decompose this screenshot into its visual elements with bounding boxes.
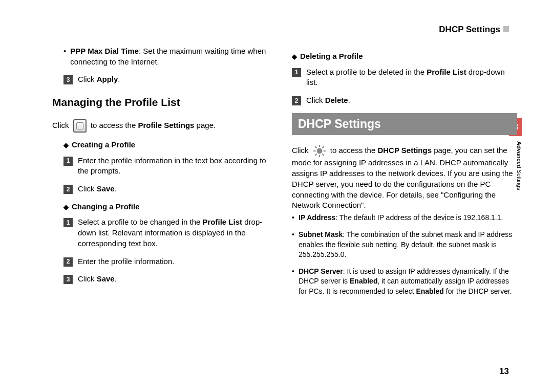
step-text: Select a profile to be deleted in the Pr… xyxy=(306,67,517,88)
diamond-icon xyxy=(292,51,297,62)
svg-point-0 xyxy=(316,148,322,154)
diamond-icon xyxy=(63,140,69,150)
step-number-icon: 3 xyxy=(63,275,73,284)
bullet-icon xyxy=(292,267,294,296)
header-square-icon xyxy=(503,26,509,32)
bullet-icon xyxy=(63,46,66,67)
step-text: Select a profile to be changed in the Pr… xyxy=(78,217,273,249)
changing-step-2: 2 Enter the profile information. xyxy=(63,256,273,267)
manual-page: DHCP Settings 3 Advanced Settings PPP Ma… xyxy=(0,0,553,392)
step-text: Click Apply. xyxy=(78,74,120,85)
step-number-icon: 2 xyxy=(63,185,73,194)
deleting-profile-heading: Deleting a Profile xyxy=(292,51,517,62)
bullet-ppp: PPP Max Dial Time: Set the maximum waiti… xyxy=(63,46,273,67)
bullet-icon xyxy=(292,213,294,223)
bullet-text: PPP Max Dial Time: Set the maximum waiti… xyxy=(70,46,273,67)
changing-profile-heading: Changing a Profile xyxy=(63,202,273,212)
step-text: Enter the profile information in the tex… xyxy=(78,156,273,177)
step-text: Click Save. xyxy=(78,184,117,194)
profile-settings-icon xyxy=(73,119,87,133)
changing-step-1: 1 Select a profile to be changed in the … xyxy=(63,217,273,249)
step-number-icon: 2 xyxy=(292,96,301,105)
diamond-icon xyxy=(63,202,69,212)
step-number-icon: 1 xyxy=(63,218,73,227)
step-number-icon: 3 xyxy=(63,75,73,84)
changing-step-3: 3 Click Save. xyxy=(63,274,273,285)
step-number-icon: 1 xyxy=(63,157,73,166)
content-columns: PPP Max Dial Time: Set the maximum waiti… xyxy=(52,44,517,303)
svg-line-6 xyxy=(322,154,324,156)
ppp-bold: PPP Max Dial Time xyxy=(70,47,139,55)
bullet-subnet-mask: Subnet Mask: The combination of the subn… xyxy=(292,230,517,259)
deleting-step-2: 2 Click Delete. xyxy=(292,95,517,106)
creating-profile-heading: Creating a Profile xyxy=(63,140,273,150)
step-text: Enter the profile information. xyxy=(78,256,174,267)
page-number: 13 xyxy=(499,366,509,377)
managing-profile-list-heading: Managing the Profile List xyxy=(52,95,273,110)
dhcp-settings-icon xyxy=(313,144,326,158)
bullet-text: Subnet Mask: The combination of the subn… xyxy=(299,230,517,259)
right-column: Deleting a Profile 1 Select a profile to… xyxy=(292,44,517,303)
bullet-text: DHCP Server: It is used to assign IP add… xyxy=(299,267,517,296)
svg-line-8 xyxy=(322,147,324,148)
bullet-ip-address: IP Address: The default IP address of th… xyxy=(292,213,517,223)
step-text: Click Delete. xyxy=(306,95,350,106)
bullet-dhcp-server: DHCP Server: It is used to assign IP add… xyxy=(292,267,517,296)
dhcp-settings-banner: DHCP Settings xyxy=(292,113,517,136)
deleting-step-1: 1 Select a profile to be deleted in the … xyxy=(292,67,517,88)
creating-step-2: 2 Click Save. xyxy=(63,184,273,194)
step-apply: 3 Click Apply. xyxy=(63,74,273,85)
step-number-icon: 2 xyxy=(63,257,73,267)
step-number-icon: 1 xyxy=(292,68,301,77)
dhcp-intro-paragraph: Click to access the DHCP Settings page, … xyxy=(292,144,517,210)
svg-line-5 xyxy=(315,147,316,148)
step-text: Click Save. xyxy=(78,274,117,285)
click-profile-settings-line: Click to access the Profile Settings pag… xyxy=(52,119,273,133)
left-column: PPP Max Dial Time: Set the maximum waiti… xyxy=(52,44,273,303)
svg-line-7 xyxy=(315,154,316,156)
bullet-text: IP Address: The default IP address of th… xyxy=(299,213,503,223)
bullet-icon xyxy=(292,230,294,259)
running-header-title: DHCP Settings xyxy=(439,25,500,35)
creating-step-1: 1 Enter the profile information in the t… xyxy=(63,156,273,177)
